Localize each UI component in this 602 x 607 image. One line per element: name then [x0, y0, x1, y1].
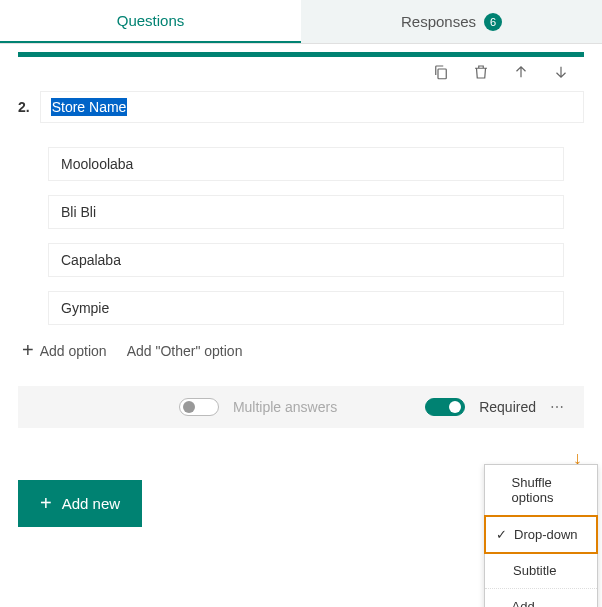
add-option-label: Add option	[40, 343, 107, 359]
plus-icon: +	[22, 339, 34, 362]
tab-bar: Questions Responses 6	[0, 0, 602, 44]
question-title-text: Store Name	[51, 98, 128, 116]
add-option-row: + Add option Add "Other" option	[22, 339, 584, 362]
option-input[interactable]: Gympie	[48, 291, 564, 325]
responses-count-badge: 6	[484, 13, 502, 31]
more-options-button[interactable]: ⋯	[550, 399, 566, 415]
menu-subtitle[interactable]: Subtitle	[485, 553, 597, 589]
option-input[interactable]: Capalaba	[48, 243, 564, 277]
svg-rect-0	[438, 69, 446, 79]
menu-shuffle-options[interactable]: Shuffle options	[485, 465, 597, 516]
menu-branching-label: Add Branching	[512, 599, 587, 607]
menu-subtitle-label: Subtitle	[513, 563, 556, 578]
tab-responses[interactable]: Responses 6	[301, 0, 602, 43]
required-label: Required	[479, 399, 536, 415]
move-down-icon[interactable]	[552, 63, 570, 81]
tab-questions[interactable]: Questions	[0, 0, 301, 43]
multiple-answers-label: Multiple answers	[233, 399, 337, 415]
tab-responses-label: Responses	[401, 13, 476, 30]
delete-icon[interactable]	[472, 63, 490, 81]
add-other-option-button[interactable]: Add "Other" option	[127, 343, 243, 359]
multiple-answers-toggle[interactable]	[179, 398, 219, 416]
check-icon: ✓	[496, 527, 508, 542]
question-footer: Multiple answers Required ⋯	[18, 386, 584, 428]
option-input[interactable]: Bli Bli	[48, 195, 564, 229]
menu-dropdown-label: Drop-down	[514, 527, 578, 542]
add-other-label: Add "Other" option	[127, 343, 243, 359]
plus-icon: +	[40, 492, 52, 515]
more-options-menu: Shuffle options ✓ Drop-down Subtitle Add…	[484, 464, 598, 607]
menu-add-branching[interactable]: Add Branching	[485, 589, 597, 607]
menu-dropdown[interactable]: ✓ Drop-down	[484, 515, 598, 554]
menu-shuffle-label: Shuffle options	[512, 475, 587, 505]
add-new-question-button[interactable]: + Add new	[18, 480, 142, 527]
tab-questions-label: Questions	[117, 12, 185, 29]
required-toggle[interactable]	[425, 398, 465, 416]
move-up-icon[interactable]	[512, 63, 530, 81]
question-number: 2.	[18, 91, 30, 115]
options-list: Mooloolaba Bli Bli Capalaba Gympie	[48, 147, 584, 325]
question-title-input[interactable]: Store Name	[40, 91, 584, 123]
copy-icon[interactable]	[432, 63, 450, 81]
question-toolbar	[0, 57, 602, 87]
option-input[interactable]: Mooloolaba	[48, 147, 564, 181]
question-editor: 2. Store Name Mooloolaba Bli Bli Capalab…	[0, 87, 602, 368]
add-new-label: Add new	[62, 495, 120, 512]
add-option-button[interactable]: + Add option	[22, 339, 107, 362]
